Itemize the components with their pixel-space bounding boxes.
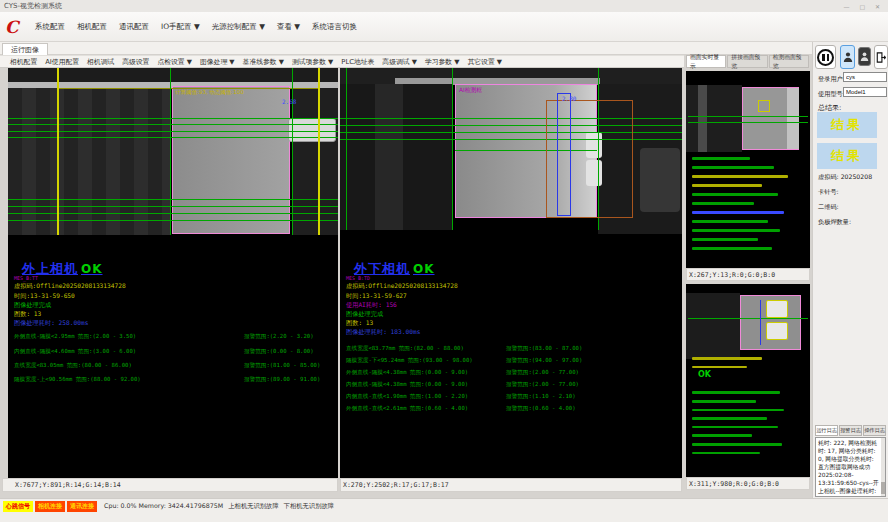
login-user-label: 登录用户: (818, 75, 845, 84)
blue-vline (760, 300, 761, 345)
user-switch-button[interactable] (858, 47, 871, 66)
tool-spotcheck-settings[interactable]: 点检设置 ▼ (153, 57, 196, 67)
exit-button[interactable] (874, 45, 888, 69)
middle-camera-view[interactable]: AI检测框 2.80 外下相机OK MES_B:TD 虚拟码:Offline20… (340, 68, 682, 478)
measure-row: 直线宽度<83.05mm 范围:(80.00 - 86.00)报警范围:(81.… (14, 362, 334, 370)
view-tabs: 画面实时显示 拼接画面预览 检测画面预览 (686, 55, 810, 68)
micro-text-row (692, 400, 756, 403)
menu-io-config[interactable]: IO手配置 ▼ (155, 19, 206, 35)
mid-code-line: 虚拟码:Offline20250208133134728 (346, 282, 458, 291)
menubar: C 系统配置 相机配置 通讯配置 IO手配置 ▼ 光源控制配置 ▼ 查看 ▼ 系… (0, 12, 888, 42)
tool-advanced-settings[interactable]: 高级设置 (118, 57, 153, 67)
lower-thumb-statusbar: X:311;Y:980;R:0;G:0;B:0 (686, 477, 810, 490)
green-vline (170, 68, 171, 235)
close-icon[interactable]: ✕ (875, 3, 884, 10)
left-camera-view[interactable]: 计算阈值:93, 动态阈值:100 2.68 外上相机OK MES_B:TT 虚… (8, 68, 338, 478)
left-mes-line: MES_B:TT (14, 275, 38, 281)
app-logo-icon: C (5, 18, 23, 36)
minimize-icon[interactable]: — (843, 3, 853, 10)
cpu-memory-text: Cpu: 0.0% Memory: 3424.41796875M (104, 502, 223, 509)
menu-view[interactable]: 查看 ▼ (271, 19, 306, 35)
tool-camera-config[interactable]: 相机配置 (6, 57, 41, 67)
left-ok-badge: OK (81, 262, 103, 276)
thumb-light-column (787, 88, 799, 149)
measure-row: 内侧直线-直线<1.90mm 范围:(1.00 - 2.20)报警范围:(1.1… (346, 393, 678, 401)
tab-stitch-preview[interactable]: 拼接画面预览 (727, 55, 767, 68)
lower-thumb-view[interactable]: OK (686, 284, 810, 477)
measure-row: 内侧直线-隔膜<4.38mm 范围:(0.00 - 9.00)报警范围:(2.0… (346, 381, 678, 389)
login-user-input[interactable] (843, 72, 887, 82)
pause-button[interactable] (815, 45, 836, 69)
log-tab-run[interactable]: 运行日志 (815, 425, 838, 436)
left-done-line: 图像处理完成 (14, 301, 51, 310)
toolbar: 相机配置 AI使用配置 相机调试 高级设置 点检设置 ▼ 图像处理 ▼ 基准线参… (0, 55, 684, 68)
user-icon (843, 51, 853, 63)
tab-live-view[interactable]: 画面实时显示 (686, 55, 726, 68)
log-tab-operate[interactable]: 操作日志 (863, 425, 886, 436)
measure-row: 内侧直线-隔膜<4.60mm 范围:(3.00 - 6.00)报警范围:(0.0… (14, 348, 334, 356)
log-scrollbar-thumb[interactable] (881, 482, 885, 494)
olive-hline (57, 88, 320, 89)
micro-text-row (692, 184, 762, 187)
virtual-code-value: 20250208 (841, 173, 873, 180)
menu-language[interactable]: 系统语言切换 (306, 19, 363, 35)
tool-learn-params[interactable]: 学习参数 ▼ (421, 57, 464, 67)
left-blue-measure-tag: 2.68 (282, 98, 296, 105)
qr-code-label: 二维码: (818, 203, 839, 212)
measure-row: 外侧直线-直线<2.61mm 范围:(0.60 - 4.00)报警范围:(0.6… (346, 405, 678, 413)
left-threshold-label: 计算阈值:93, 动态阈值:100 (175, 89, 244, 96)
thumb-yellow-box (758, 100, 770, 112)
upper-camera-status-text: 上相机无识别故障 (228, 502, 278, 511)
menu-system-config[interactable]: 系统配置 (29, 19, 71, 35)
yellow-vline (318, 68, 320, 235)
log-text-area[interactable]: 耗时: 222, 网络检测耗时: 17, 网络分类耗时: 0, 网络提取分类耗时… (815, 437, 886, 497)
window-controls[interactable]: — ▢ ✕ (843, 3, 884, 10)
tool-advanced-debug[interactable]: 高级调试 ▼ (378, 57, 421, 67)
camera-link-badge: 相机连接 (35, 501, 65, 512)
thumb-bright-spot (766, 322, 788, 340)
model-input[interactable] (843, 87, 887, 97)
micro-text-row (692, 175, 788, 178)
model-label: 使用型号: (818, 90, 845, 99)
comm-link-badge: 通讯连接 (67, 501, 97, 512)
tool-other-settings[interactable]: 其它设置 ▼ (464, 57, 507, 67)
tool-plc-address[interactable]: PLC地址表 (337, 57, 378, 67)
measure-row: 直线宽度<83.77mm 范围:(82.00 - 88.00)报警范围:(83.… (346, 345, 678, 353)
green-vline (292, 68, 293, 235)
thumb-column (698, 85, 707, 152)
tool-ai-config[interactable]: AI使用配置 (41, 57, 83, 67)
measure-row: 隔膜宽度-下<95.24mm 范围:(93.00 - 98.00)报警范围:(9… (346, 357, 678, 365)
micro-text-row (692, 247, 772, 250)
menu-camera-config[interactable]: 相机配置 (71, 19, 113, 35)
upper-thumb-view[interactable] (686, 71, 810, 268)
heartbeat-badge: 心跳信号 (3, 501, 33, 512)
micro-text-row (692, 211, 784, 214)
micro-text-row (692, 391, 780, 394)
tool-camera-debug[interactable]: 相机调试 (83, 57, 118, 67)
user-icon (860, 51, 869, 62)
maximize-icon[interactable]: ▢ (859, 3, 869, 10)
tab-run-image[interactable]: 运行图像 (2, 43, 48, 55)
micro-text-row (692, 357, 762, 360)
user-login-button[interactable] (840, 45, 855, 69)
log-scrollbar[interactable] (881, 438, 885, 496)
green-hline (688, 116, 808, 117)
tab-detect-preview[interactable]: 检测画面预览 (769, 55, 809, 68)
log-tab-strip: 运行日志 报警日志 操作日志 (815, 425, 887, 436)
log-tab-alarm[interactable]: 报警日志 (839, 425, 862, 436)
micro-text-row (692, 238, 758, 241)
micro-text-row (692, 193, 778, 196)
upper-thumb-statusbar: X:267;Y:13;R:0;G:0;B:0 (686, 268, 810, 281)
green-hline (688, 318, 808, 319)
menu-comm-config[interactable]: 通讯配置 (113, 19, 155, 35)
thumb-machine (686, 293, 740, 359)
lower-camera-status-text: 下相机无识别故障 (284, 502, 334, 511)
exit-door-icon (876, 51, 887, 64)
measure-row: 外侧直线-隔膜<4.38mm 范围:(0.00 - 9.00)报警范围:(2.0… (346, 369, 678, 377)
tool-image-processing[interactable]: 图像处理 ▼ (196, 57, 239, 67)
menu-light-config[interactable]: 光源控制配置 ▼ (206, 19, 271, 35)
micro-text-row (692, 166, 774, 169)
micro-text-row (692, 452, 760, 455)
tool-baseline-params[interactable]: 基准线参数 ▼ (239, 57, 288, 67)
tool-testitem-params[interactable]: 测试项参数 ▼ (288, 57, 337, 67)
